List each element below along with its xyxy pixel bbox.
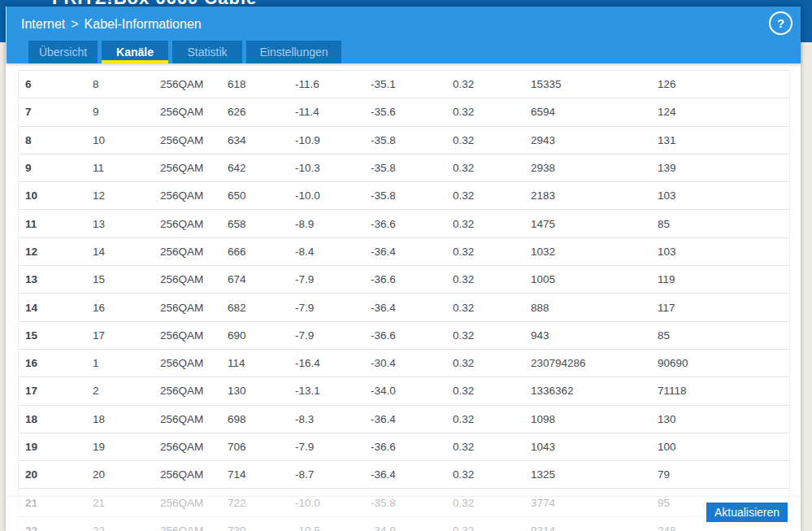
table-cell: 256QAM xyxy=(160,266,228,293)
breadcrumb-separator: > xyxy=(65,17,84,31)
table-cell: -35.8 xyxy=(371,155,453,181)
table-cell: 18 xyxy=(93,406,160,433)
table-cell: 139 xyxy=(658,155,789,181)
table-cell: 1043 xyxy=(531,433,658,460)
table-cell: 1336362 xyxy=(531,377,658,404)
table-cell: 0.32 xyxy=(453,377,531,404)
table-cell: -7.9 xyxy=(295,433,371,460)
table-cell: 256QAM xyxy=(160,350,228,376)
table-cell: 943 xyxy=(531,322,658,349)
table-cell: 15 xyxy=(25,322,93,349)
table-cell: 256QAM xyxy=(160,406,228,433)
table-cell: 8 xyxy=(93,71,160,98)
table-cell: 0.32 xyxy=(453,238,531,265)
table-cell: 90690 xyxy=(658,350,789,376)
table-cell: 17 xyxy=(25,377,93,404)
table-cell: 16 xyxy=(93,294,160,320)
refresh-button-label: Aktualisieren xyxy=(714,506,779,519)
table-cell: 666 xyxy=(228,238,295,265)
table-cell: 618 xyxy=(228,71,295,98)
table-row: 1113256QAM658-8.9-36.60.32147585 xyxy=(19,210,789,237)
table-cell: -36.6 xyxy=(371,210,453,237)
table-row: 2020256QAM714-8.7-36.40.32132579 xyxy=(19,461,789,489)
table-row: 1818256QAM698-8.3-36.40.321098130 xyxy=(19,406,789,433)
table-cell: 658 xyxy=(228,210,295,237)
table-cell: 888 xyxy=(531,294,658,320)
tab-statistik[interactable]: Statistik xyxy=(172,41,242,63)
table-cell: -36.4 xyxy=(371,461,453,488)
table-cell: 12 xyxy=(93,182,160,209)
table-cell: 0.32 xyxy=(453,98,531,125)
table-row: 161256QAM114-16.4-30.40.3223079428690690 xyxy=(19,350,789,377)
table-cell: 11 xyxy=(25,210,93,237)
table-cell: 256QAM xyxy=(160,322,228,349)
table-cell: -7.9 xyxy=(295,294,371,320)
table-cell: 714 xyxy=(228,461,295,488)
breadcrumb-section[interactable]: Internet xyxy=(21,17,65,31)
table-cell: 130 xyxy=(658,406,789,433)
table-cell: 626 xyxy=(228,98,295,125)
table-cell: 256QAM xyxy=(160,294,228,320)
tab-label: Statistik xyxy=(187,46,227,59)
table-cell: 100 xyxy=(658,433,789,460)
table-cell: -16.4 xyxy=(295,350,371,376)
table-cell: -36.6 xyxy=(371,433,453,460)
table-cell: -8.9 xyxy=(295,210,371,237)
table-cell: 19 xyxy=(25,433,93,460)
table-cell: 256QAM xyxy=(160,238,228,265)
table-cell: 0.32 xyxy=(453,182,531,209)
table-cell: -7.9 xyxy=(295,322,371,349)
table-cell: 8 xyxy=(25,127,93,154)
table-cell: 0.32 xyxy=(453,322,531,349)
table-cell: 131 xyxy=(658,127,789,154)
table-cell: -8.3 xyxy=(295,406,371,433)
table-cell: 114 xyxy=(228,350,295,376)
table-cell: 0.32 xyxy=(453,266,531,293)
table-cell: 256QAM xyxy=(160,433,228,460)
table-cell: 1 xyxy=(93,350,160,376)
table-cell: 0.32 xyxy=(453,155,531,181)
table-cell: 18 xyxy=(25,406,93,433)
table-cell: 117 xyxy=(658,294,789,320)
table-cell: 1005 xyxy=(531,266,658,293)
table-cell: 0.32 xyxy=(453,433,531,460)
table-cell: 103 xyxy=(658,182,789,209)
table-cell: 1032 xyxy=(531,238,658,265)
table-row: 1214256QAM666-8.4-36.40.321032103 xyxy=(19,238,789,266)
table-cell: 124 xyxy=(658,98,789,125)
refresh-button[interactable]: Aktualisieren xyxy=(706,503,788,522)
table-cell: 256QAM xyxy=(160,182,228,209)
table-cell: 119 xyxy=(658,266,789,293)
table-cell: 10 xyxy=(25,182,93,209)
table-row: 172256QAM130-13.1-34.00.32133636271118 xyxy=(19,377,789,405)
table-cell: -36.6 xyxy=(371,266,453,293)
table-cell: 256QAM xyxy=(160,461,228,488)
table-cell: 6594 xyxy=(531,98,658,125)
table-cell: 85 xyxy=(658,210,789,237)
tab-uebersicht[interactable]: Übersicht xyxy=(28,41,98,63)
table-cell: 71118 xyxy=(658,377,789,404)
table-cell: 0.32 xyxy=(453,461,531,488)
table-cell: 0.32 xyxy=(453,71,531,98)
tab-label: Übersicht xyxy=(39,46,87,59)
tab-kanaele[interactable]: Kanäle xyxy=(102,41,168,63)
help-icon[interactable]: ? xyxy=(769,11,792,35)
table-cell: 256QAM xyxy=(160,377,228,404)
table-row: 1416256QAM682-7.9-36.40.32888117 xyxy=(19,294,789,321)
table-cell: 103 xyxy=(658,238,789,265)
table-cell: 79 xyxy=(658,461,789,488)
table-cell: 9 xyxy=(25,155,93,181)
kabel-informationen-page: FRITZ!Box 6660 Cable Internet>Kabel-Info… xyxy=(0,0,812,531)
table-cell: 256QAM xyxy=(160,127,228,154)
table-cell: 674 xyxy=(228,266,295,293)
tab-einstellungen[interactable]: Einstellungen xyxy=(246,41,341,63)
table-cell: -35.8 xyxy=(371,182,453,209)
table-cell: 20 xyxy=(93,461,160,488)
table-cell: 19 xyxy=(93,433,160,460)
table-cell: 9 xyxy=(93,98,160,125)
table-cell: 642 xyxy=(228,155,295,181)
table-cell: 16 xyxy=(25,350,93,376)
table-cell: 130 xyxy=(228,377,295,404)
table-cell: 85 xyxy=(658,322,789,349)
table-cell: 17 xyxy=(93,322,160,349)
